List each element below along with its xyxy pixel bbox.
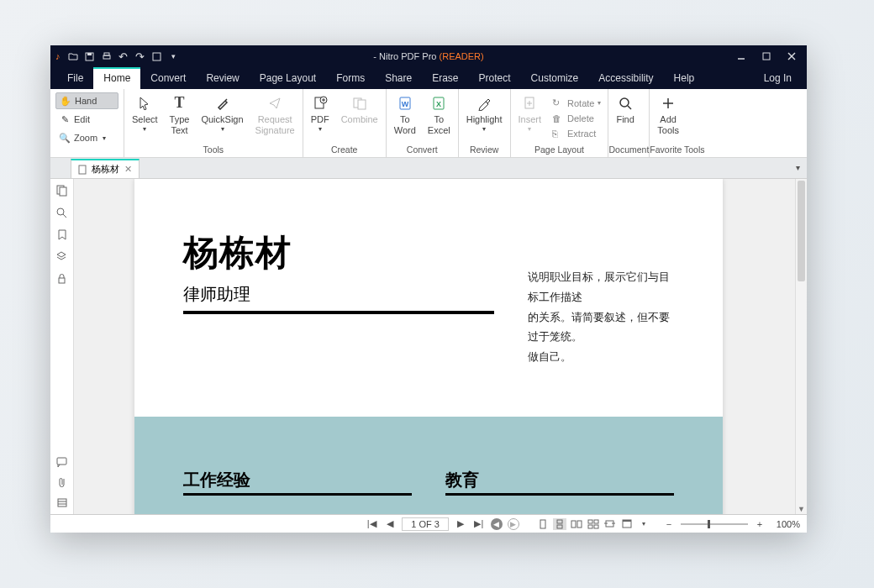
highlight-button[interactable]: Highlight▾	[461, 92, 508, 134]
undo-icon[interactable]: ↶	[116, 49, 131, 64]
page-indicator: 1 OF 3	[402, 517, 449, 531]
facing-view-icon[interactable]	[570, 518, 583, 530]
zoom-tool-button[interactable]: 🔍Zoom▾	[55, 129, 118, 146]
menu-review[interactable]: Review	[196, 67, 249, 89]
resume-subtitle: 律师助理	[183, 283, 494, 306]
menu-convert[interactable]: Convert	[140, 67, 196, 89]
output-panel-icon[interactable]	[55, 496, 69, 509]
hand-tool-button[interactable]: ✋Hand	[55, 92, 118, 109]
prev-page-button[interactable]: ◀	[383, 518, 397, 530]
delete-button[interactable]: 🗑Delete	[552, 111, 601, 125]
close-button[interactable]	[780, 49, 803, 64]
svg-rect-26	[79, 165, 86, 174]
group-page-layout: Insert▾ ↻Rotate▾ 🗑Delete ⎘Extract Page L…	[511, 89, 609, 157]
menu-home[interactable]: Home	[93, 67, 140, 89]
zoom-in-button[interactable]: +	[753, 518, 766, 530]
rotate-button[interactable]: ↻Rotate▾	[552, 96, 601, 110]
tab-close-button[interactable]: ✕	[124, 164, 132, 175]
to-word-button[interactable]: WTo Word	[388, 92, 422, 136]
quicksign-button[interactable]: QuickSign▾	[195, 92, 249, 134]
save-icon[interactable]	[82, 49, 97, 64]
document-tab-name: 杨栋材	[92, 163, 119, 176]
group-favorite: Add Tools Favorite Tools	[650, 89, 704, 157]
menu-help[interactable]: Help	[664, 67, 705, 89]
login-link[interactable]: Log In	[756, 72, 800, 84]
edit-tool-button[interactable]: ✎Edit	[55, 111, 118, 128]
svg-text:W: W	[402, 100, 409, 108]
maximize-button[interactable]	[755, 49, 778, 64]
group-review: Highlight▾ Review	[459, 89, 511, 157]
fullscreen-icon[interactable]	[620, 518, 634, 530]
group-label-create: Create	[303, 143, 386, 157]
search-panel-icon[interactable]	[55, 206, 69, 219]
delete-icon: 🗑	[552, 113, 564, 123]
redo-icon[interactable]: ↷	[133, 49, 148, 64]
pages-panel-icon[interactable]	[55, 184, 69, 197]
single-page-view-icon[interactable]	[536, 518, 550, 530]
document-viewport[interactable]: 杨栋材 律师助理 说明职业目标，展示它们与目标工作描述 的关系。请简要叙述，但不…	[74, 179, 807, 514]
fit-width-icon[interactable]	[603, 518, 617, 530]
svg-rect-43	[588, 525, 592, 528]
combine-button[interactable]: Combine	[335, 92, 384, 125]
svg-line-30	[63, 214, 66, 218]
select-button[interactable]: Select▾	[126, 92, 164, 134]
side-panel	[50, 179, 74, 514]
properties-icon[interactable]	[150, 49, 165, 64]
view-dropdown-icon[interactable]: ▾	[637, 518, 650, 530]
scrollbar-thumb[interactable]	[798, 181, 805, 281]
last-page-button[interactable]: ▶|	[472, 518, 486, 530]
pen-icon	[216, 94, 229, 113]
svg-rect-42	[594, 520, 598, 523]
request-signature-button[interactable]: Request Signature	[250, 92, 301, 136]
menu-forms[interactable]: Forms	[326, 67, 375, 89]
menu-page-layout[interactable]: Page Layout	[250, 67, 326, 89]
bookmarks-panel-icon[interactable]	[55, 228, 69, 241]
insert-button[interactable]: Insert▾	[513, 92, 548, 134]
comments-panel-icon[interactable]	[55, 455, 69, 469]
minimize-button[interactable]	[729, 49, 753, 64]
svg-rect-28	[60, 187, 66, 196]
insert-icon	[523, 94, 536, 113]
facing-continuous-view-icon[interactable]	[587, 518, 600, 530]
add-tools-button[interactable]: Add Tools	[651, 92, 685, 136]
next-page-button[interactable]: ▶	[454, 518, 467, 530]
layers-panel-icon[interactable]	[55, 249, 69, 263]
attachments-panel-icon[interactable]	[55, 475, 69, 489]
resume-band: 工作经验 2015 - 至今 律师助理 电话公司 教育 2000 年 - 200…	[134, 417, 723, 514]
hand-icon: ✋	[60, 96, 71, 107]
to-excel-button[interactable]: XTo Excel	[422, 92, 456, 136]
typetext-button[interactable]: TType Text	[164, 92, 196, 136]
svg-rect-33	[58, 499, 66, 507]
extract-button[interactable]: ⎘Extract	[552, 126, 601, 140]
qat-dropdown-icon[interactable]: ▾	[166, 49, 182, 64]
document-tab[interactable]: 杨栋材 ✕	[71, 159, 140, 178]
security-panel-icon[interactable]	[55, 271, 69, 285]
status-bar: |◀ ◀ 1 OF 3 ▶ ▶| ◀ ▶ ▾ − + 100%	[50, 514, 807, 533]
find-button[interactable]: Find	[610, 92, 640, 125]
group-label-tools: Tools	[124, 143, 303, 157]
menu-accessibility[interactable]: Accessibility	[588, 67, 663, 89]
svg-rect-49	[623, 520, 631, 522]
svg-rect-4	[153, 53, 161, 60]
first-page-button[interactable]: |◀	[365, 518, 378, 530]
tab-dropdown-icon[interactable]: ▾	[796, 163, 800, 172]
pdf-button[interactable]: PDF▾	[305, 92, 335, 134]
continuous-view-icon[interactable]	[553, 518, 566, 530]
group-label-pagelayout: Page Layout	[511, 143, 608, 157]
open-icon[interactable]	[66, 49, 81, 64]
menu-file[interactable]: File	[57, 67, 93, 89]
zoom-slider[interactable]	[681, 523, 748, 525]
search-icon	[618, 94, 633, 113]
svg-rect-32	[57, 458, 66, 465]
menu-protect[interactable]: Protect	[469, 67, 521, 89]
menu-customize[interactable]: Customize	[521, 67, 589, 89]
group-create: PDF▾ Combine Create	[303, 89, 387, 157]
print-icon[interactable]	[99, 49, 114, 64]
nav-forward-button[interactable]: ▶	[508, 518, 519, 530]
menu-share[interactable]: Share	[375, 67, 422, 89]
nav-back-button[interactable]: ◀	[491, 518, 503, 530]
vertical-scrollbar[interactable]: ▲ ▼	[795, 179, 807, 514]
zoom-out-button[interactable]: −	[662, 518, 676, 530]
svg-rect-41	[588, 520, 592, 523]
menu-erase[interactable]: Erase	[422, 67, 468, 89]
